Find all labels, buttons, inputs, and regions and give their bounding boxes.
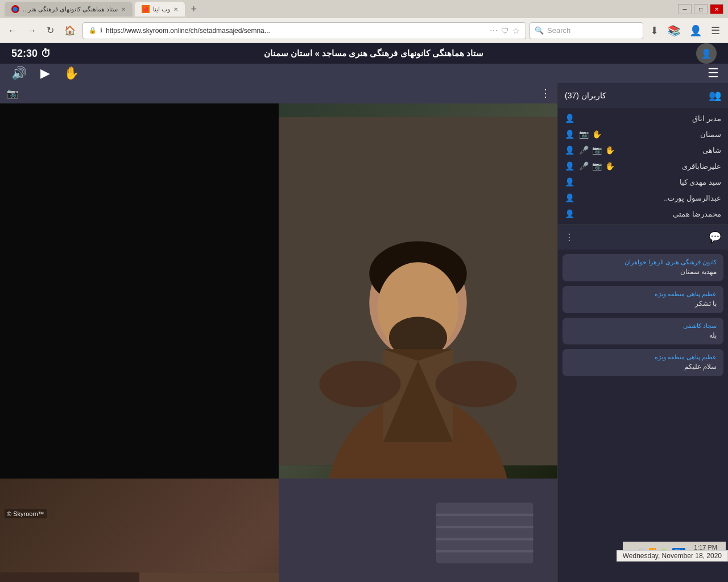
user-person-icon-shahi: 👤 — [565, 146, 574, 155]
hand-button[interactable]: ✋ — [61, 64, 81, 83]
chat-text-2: با تشکر — [569, 299, 717, 309]
title-bar: 🔵 ستاد هماهنگی کانونهای فرهنگی هنر... ✕ … — [0, 0, 728, 18]
mic-icon-bagheri: 🎤 — [579, 161, 589, 171]
user-person-icon-bagheri: 👤 — [565, 161, 574, 171]
svg-point-12 — [319, 361, 400, 408]
search-placeholder: Search — [547, 26, 570, 35]
hamburger-menu-button[interactable]: ☰ — [708, 66, 719, 81]
tab-bar: 🔵 ستاد هماهنگی کانونهای فرهنگی هنر... ✕ … — [5, 2, 678, 16]
bookmarks-icon[interactable]: 📚 — [664, 22, 684, 39]
address-bar[interactable]: 🔒 ℹ https://www.skyroom.online/ch/setadm… — [82, 22, 526, 39]
download-icon[interactable]: ⬇ — [647, 22, 662, 39]
hand-icon-semnan: ✋ — [592, 130, 602, 139]
user-controls-bagheri: ✋ 📷 🎤 — [579, 161, 615, 171]
date-tooltip: Wednesday, November 18, 2020 — [617, 550, 728, 562]
users-panel: 👥 کاربران (37) مدیر اتاق 👤 سمنان ✋ 📷 — [558, 83, 728, 225]
video-camera-icon: 📷 — [7, 88, 18, 99]
nav-extra-icons: ⬇ 📚 👤 ☰ — [647, 22, 723, 39]
video-cell-top-left — [0, 103, 279, 479]
chat-text-4: سلام علیکم — [569, 362, 717, 372]
user-person-icon-kia: 👤 — [565, 177, 574, 186]
maximize-button[interactable]: □ — [694, 4, 708, 14]
tab-1[interactable]: 🔵 ستاد هماهنگی کانونهای فرهنگی هنر... ✕ — [5, 2, 133, 16]
search-icon: 🔍 — [535, 26, 544, 35]
forward-button[interactable]: → — [24, 23, 40, 38]
video-header: 📷 ⋮ — [0, 83, 557, 103]
menu-icon[interactable]: ☰ — [708, 22, 723, 39]
user-name-poor: عبدالرسول پورت.. — [579, 194, 721, 202]
home-button[interactable]: 🏠 — [61, 23, 79, 38]
content-area: 📷 ⋮ — [0, 83, 728, 582]
chat-bubble-2: عظیم پناهی منطقه ویژه با تشکر — [562, 286, 723, 313]
timer-value: 52:30 — [11, 48, 38, 60]
video-more-button[interactable]: ⋮ — [540, 87, 551, 99]
svg-rect-15 — [139, 573, 279, 582]
video-cell-bottom-right — [279, 479, 557, 582]
user-avatar[interactable]: 👤 — [696, 43, 717, 64]
svg-rect-65 — [436, 503, 533, 564]
video-cell-bottom-left — [0, 479, 279, 582]
chat-text-1: مهدیه سمنان — [569, 267, 717, 277]
new-tab-button[interactable]: + — [187, 3, 200, 15]
third-person-video — [279, 479, 557, 582]
video-cell-top-right — [279, 103, 557, 479]
chat-text-3: بله — [569, 331, 717, 340]
back-button[interactable]: ← — [5, 23, 20, 38]
skyroom-credit: © Skyroom™ — [5, 509, 47, 518]
user-person-icon-semnan: 👤 — [565, 130, 574, 139]
user-item-admin: مدیر اتاق 👤 — [558, 110, 728, 126]
nav-bar: ← → ↻ 🏠 🔒 ℹ https://www.skyroom.online/c… — [0, 18, 728, 43]
minimize-button[interactable]: ─ — [678, 4, 692, 14]
tab2-favicon: 🔴 — [142, 5, 150, 13]
address-icon: ℹ — [100, 27, 102, 34]
clock-icon: ⏱ — [41, 48, 51, 60]
user-item-poor: عبدالرسول پورت.. 👤 — [558, 190, 728, 206]
toolbar-left: 🔊 ▶ ✋ — [9, 64, 81, 83]
app-header: 👤 ستاد هماهنگی کانونهای فرهنگی هنری مساج… — [0, 43, 728, 64]
video-grid — [0, 103, 557, 582]
user-name-admin: مدیر اتاق — [579, 114, 721, 123]
chat-messages: کانون فرهنگی هنری الزهرا خواهران مهدیه س… — [558, 250, 728, 582]
user-list: مدیر اتاق 👤 سمنان ✋ 📷 👤 شاهی — [558, 108, 728, 224]
tab-2[interactable]: 🔴 وب اینا ✕ — [135, 2, 185, 16]
user-name-bagheri: علیرضاباقری — [619, 162, 721, 171]
chat-bubble-3: سجاد کاشفی بله — [562, 318, 723, 345]
mic-icon-shahi: 🎤 — [579, 146, 589, 155]
close-button[interactable]: ✕ — [710, 4, 723, 14]
users-header: 👥 کاربران (37) — [558, 83, 728, 108]
profile-icon[interactable]: 👤 — [686, 22, 705, 39]
tab2-close[interactable]: ✕ — [173, 6, 178, 13]
security-icon: 🔒 — [89, 27, 97, 34]
app-container: 👤 ستاد هماهنگی کانونهای فرهنگی هنری مساج… — [0, 43, 728, 541]
tab1-favicon: 🔵 — [11, 5, 19, 13]
refresh-button[interactable]: ↻ — [43, 23, 57, 38]
chat-bubble-4: عظیم پناهی منطقه ویژه سلام علیکم — [562, 349, 723, 376]
volume-button[interactable]: 🔊 — [9, 64, 29, 83]
chat-icon: 💬 — [709, 231, 721, 243]
tab2-label: وب اینا — [153, 6, 170, 13]
camera-icon-bagheri: 📷 — [592, 161, 602, 171]
user-name-kia: سید مهدی کیا — [579, 178, 721, 186]
window-controls: ─ □ ✕ — [678, 4, 723, 14]
tab1-label: ستاد هماهنگی کانونهای فرهنگی هنر... — [23, 6, 118, 13]
user-person-icon-admin: 👤 — [565, 114, 574, 123]
chat-bubble-1: کانون فرهنگی هنری الزهرا خواهران مهدیه س… — [562, 254, 723, 281]
search-box[interactable]: 🔍 Search — [530, 22, 643, 39]
tab1-close[interactable]: ✕ — [121, 6, 126, 13]
cleric-video — [0, 479, 279, 582]
chat-sender-2: عظیم پناهی منطقه ویژه — [569, 290, 717, 298]
timer-display: ⏱ 52:30 — [11, 48, 51, 60]
camera-icon-shahi: 📷 — [592, 146, 602, 155]
speaker-video — [279, 103, 557, 479]
user-name-semnan: سمنان — [606, 130, 721, 139]
users-title: کاربران (37) — [565, 91, 606, 100]
address-more: ⋯ — [490, 26, 498, 35]
sidebar: 👥 کاربران (37) مدیر اتاق 👤 سمنان ✋ 📷 — [557, 83, 728, 582]
user-item-shahi: شاهی ✋ 📷 🎤 👤 — [558, 142, 728, 158]
chat-header: ⋮ 💬 — [558, 225, 728, 250]
star-icon: ☆ — [512, 26, 520, 35]
user-controls-shahi: ✋ 📷 🎤 — [579, 146, 615, 155]
chat-more-button[interactable]: ⋮ — [565, 232, 574, 243]
camera-icon-semnan: 📷 — [579, 130, 589, 139]
play-button[interactable]: ▶ — [38, 64, 52, 83]
